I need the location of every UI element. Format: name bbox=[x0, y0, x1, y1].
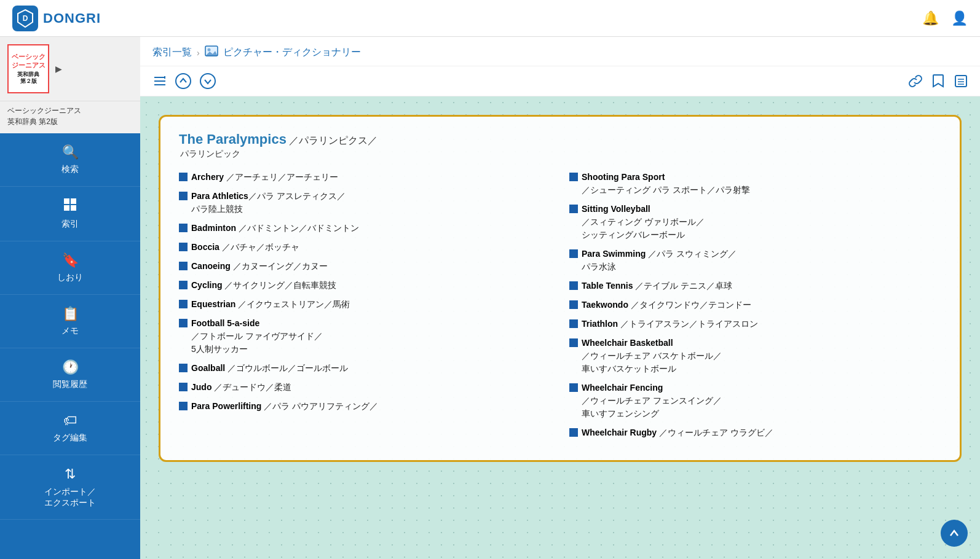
entry-square bbox=[179, 300, 188, 308]
sidebar-item-index[interactable]: 索引 bbox=[0, 187, 140, 241]
breadcrumb-index-link[interactable]: 索引一覧 bbox=[152, 46, 192, 59]
entry-en: Equestrian bbox=[191, 299, 235, 309]
entry-en: Cycling bbox=[191, 280, 223, 290]
sidebar-item-bookmark[interactable]: 🔖 しおり bbox=[0, 241, 140, 295]
entry-square bbox=[179, 402, 188, 410]
toolbar bbox=[140, 66, 980, 96]
dict-title-en: The Paralympics bbox=[179, 131, 286, 147]
entry-kana: ／ヂュードウ／柔道 bbox=[211, 382, 291, 392]
entry-square bbox=[179, 319, 188, 327]
entry-kana: ／タイクワンドウ／テコンドー bbox=[628, 300, 751, 310]
entry-jp: シッティングバレーボール bbox=[582, 230, 685, 240]
sidebar-item-memo[interactable]: 📋 メモ bbox=[0, 295, 140, 348]
entry-square bbox=[179, 192, 188, 200]
entry-kana: ／ウィールチェア ウラグビ／ bbox=[657, 428, 773, 437]
entry-kana: ／テイブル テニス／卓球 bbox=[633, 281, 733, 291]
list-item: Judo ／ヂュードウ／柔道 bbox=[179, 381, 551, 394]
import-icon: ⇅ bbox=[65, 466, 76, 482]
tag-icon: 🏷 bbox=[63, 413, 77, 429]
book-cover-line2: ジーニアス bbox=[12, 61, 45, 69]
bookmark-nav-icon: 🔖 bbox=[62, 252, 79, 268]
entry-en: Wheelchair Fencing bbox=[582, 383, 663, 393]
list-item: Para Swimming ／パラ スウィミング／ パラ水泳 bbox=[569, 248, 941, 273]
entry-square bbox=[179, 173, 188, 181]
list-item: Football 5-a-side ／フトボール ファイヴアサイド／ 5人制サッ… bbox=[179, 317, 551, 356]
entry-kana: ／ウィールチェア バスケトボール／ bbox=[582, 351, 722, 361]
dict-title-block: The Paralympics ／パラリンピクス／ パラリンピック bbox=[179, 131, 941, 160]
sidebar-label-memo: メモ bbox=[61, 326, 79, 337]
entry-text: Badminton ／バドミントン／バドミントン bbox=[191, 222, 551, 235]
dict-left-column: Archery ／アーチェリ／アーチェリー Para Athletics／パラ … bbox=[179, 171, 551, 445]
sidebar-nav: 🔍 検索 索引 🔖 しおり 📋 bbox=[0, 133, 140, 559]
entry-square bbox=[569, 300, 578, 309]
dict-title-phonetic: ／パラリンピクス／ bbox=[289, 135, 377, 146]
sidebar-label-bookmark: しおり bbox=[57, 272, 83, 283]
entry-kana: ／フトボール ファイヴアサイド／ bbox=[191, 331, 323, 341]
sidebar-item-import[interactable]: ⇅ インポート／エクスポート bbox=[0, 455, 140, 520]
entry-kana: ／パラ パウアリフティング／ bbox=[261, 401, 378, 411]
book-arrow[interactable]: ▶ bbox=[55, 64, 62, 74]
entry-text: Canoeing ／カヌーイング／カヌー bbox=[191, 260, 551, 273]
entry-kana: ／イクウェストリアン／馬術 bbox=[235, 299, 350, 309]
menu-collapse-button[interactable] bbox=[152, 74, 167, 88]
entry-text: Triathlon ／トライアスラン／トライアスロン bbox=[582, 318, 941, 330]
entry-en: Para Swimming bbox=[582, 249, 646, 259]
entry-en: Wheelchair Basketball bbox=[582, 338, 673, 348]
book-cover-line4: 第２版 bbox=[20, 78, 37, 85]
scroll-to-top-button[interactable] bbox=[941, 520, 968, 547]
entry-text: Taekwondo ／タイクワンドウ／テコンドー bbox=[582, 299, 941, 311]
entry-text: Wheelchair Fencing ／ウィールチェア フェンスイング／ 車いす… bbox=[582, 381, 941, 420]
list-item: Para Powerlifting ／パラ パウアリフティング／ bbox=[179, 400, 551, 413]
svg-rect-2 bbox=[64, 198, 69, 204]
entry-en: Judo bbox=[191, 382, 211, 392]
entry-kana: ／ゴウルボール／ゴールボール bbox=[225, 363, 348, 373]
entry-text: Para Swimming ／パラ スウィミング／ パラ水泳 bbox=[582, 248, 941, 273]
entry-en: Canoeing bbox=[191, 261, 231, 271]
entry-text: Equestrian ／イクウェストリアン／馬術 bbox=[191, 298, 551, 311]
entry-square bbox=[179, 364, 188, 372]
entry-square bbox=[569, 338, 578, 347]
entry-text: Archery ／アーチェリ／アーチェリー bbox=[191, 171, 551, 184]
svg-text:D: D bbox=[23, 14, 28, 23]
entry-kana: ／パラ スウィミング／ bbox=[646, 249, 737, 259]
scroll-down-button[interactable] bbox=[199, 72, 216, 90]
entry-text: Table Tennis ／テイブル テニス／卓球 bbox=[582, 280, 941, 292]
bookmark-button[interactable] bbox=[932, 74, 944, 88]
entry-en: Boccia bbox=[191, 242, 219, 252]
user-icon[interactable]: 👤 bbox=[951, 10, 968, 26]
entry-text: Sitting Volleyball ／スィティング ヴァリボール／ シッティン… bbox=[582, 203, 941, 241]
entry-kana: ／シューティング パラ スポート／パラ射撃 bbox=[582, 185, 750, 195]
entry-square bbox=[179, 281, 188, 289]
list-item: Equestrian ／イクウェストリアン／馬術 bbox=[179, 298, 551, 311]
entry-en: Table Tennis bbox=[582, 281, 633, 291]
index-icon bbox=[63, 198, 77, 215]
svg-point-13 bbox=[176, 74, 191, 88]
link-button[interactable] bbox=[909, 74, 922, 88]
book-cover: ベーシック ジーニアス 英和辞典 第２版 bbox=[7, 44, 49, 93]
sidebar-item-history[interactable]: 🕐 閲覧履歴 bbox=[0, 348, 140, 402]
bell-icon[interactable]: 🔔 bbox=[922, 10, 939, 26]
entry-en: Para Athletics bbox=[191, 191, 248, 201]
dict-inner: The Paralympics ／パラリンピクス／ パラリンピック Archer… bbox=[159, 115, 962, 462]
sidebar-item-tag[interactable]: 🏷 タグ編集 bbox=[0, 402, 140, 455]
entry-square bbox=[569, 383, 578, 392]
book-name: ベーシックジーニアス 英和辞典 第2版 bbox=[0, 101, 140, 133]
sidebar-item-search[interactable]: 🔍 検索 bbox=[0, 133, 140, 187]
dict-area[interactable]: The Paralympics ／パラリンピクス／ パラリンピック Archer… bbox=[140, 96, 980, 559]
breadcrumb-separator: › bbox=[197, 48, 200, 58]
entry-text: Football 5-a-side ／フトボール ファイヴアサイド／ 5人制サッ… bbox=[191, 317, 551, 356]
content-area: 索引一覧 › ピクチャー・ディクショナリー bbox=[140, 37, 980, 559]
entry-jp: パラ陸上競技 bbox=[191, 204, 243, 214]
svg-rect-5 bbox=[71, 205, 76, 211]
entry-square bbox=[179, 243, 188, 251]
entry-en: Goalball bbox=[191, 363, 225, 373]
entry-square bbox=[569, 281, 578, 290]
list-button[interactable] bbox=[954, 74, 968, 88]
list-item: Taekwondo ／タイクワンドウ／テコンドー bbox=[569, 299, 941, 311]
search-icon: 🔍 bbox=[62, 144, 79, 160]
list-item: Triathlon ／トライアスラン／トライアスロン bbox=[569, 318, 941, 330]
dict-title-jp: パラリンピック bbox=[180, 149, 941, 160]
scroll-up-button[interactable] bbox=[175, 72, 192, 90]
entry-jp: 5人制サッカー bbox=[191, 344, 248, 354]
entry-kana: ／スィティング ヴァリボール／ bbox=[582, 217, 705, 227]
